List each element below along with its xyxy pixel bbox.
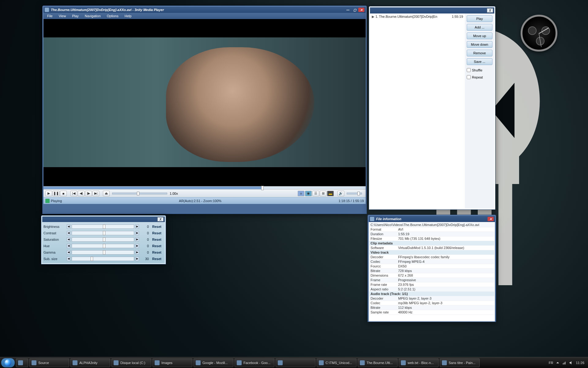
playlist-removebutton[interactable]: Remove [467, 50, 492, 56]
adjust-reset-button[interactable]: Reset [150, 257, 164, 261]
playlist-titlebar[interactable]: X [370, 7, 494, 13]
adjust-reset-button[interactable]: Reset [150, 244, 164, 248]
stop-button[interactable]: ■ [60, 191, 67, 196]
taskbar-item[interactable]: C:\TMS_Unicod... [317, 358, 356, 367]
info-key: Codec [371, 301, 398, 305]
menu-play[interactable]: Play [70, 13, 81, 18]
adjust-slider[interactable] [72, 231, 134, 235]
start-button[interactable] [1, 358, 15, 367]
quick-launch-item[interactable] [16, 358, 28, 367]
repeat-checkbox[interactable]: Repeat [467, 75, 492, 79]
info-value: DX50 [398, 264, 493, 268]
info-value: FFmpeg's libavcodec codec family [398, 255, 493, 259]
adjust-inc-button[interactable]: ▶ [135, 257, 139, 261]
network-icon[interactable] [562, 361, 567, 365]
menu-help[interactable]: Help [122, 13, 134, 18]
adjust-inc-button[interactable]: ▶ [135, 244, 139, 248]
playlist-playbutton[interactable]: Play [467, 15, 492, 22]
step-back-button[interactable]: ◀| [78, 191, 85, 196]
playlist-item-index: 1. [375, 15, 378, 19]
taskbar-item[interactable]: Google - Mozill... [194, 358, 233, 367]
playlist-save-button[interactable]: Save ... [467, 58, 492, 65]
playlist-item[interactable]: ▶ 1. The.Bourne.Ultimatum[2007]DvDrip[En… [371, 14, 464, 19]
playlist-add-button[interactable]: Add ... [467, 24, 492, 31]
volume-button[interactable]: 🔊 [337, 191, 344, 196]
adjust-dec-button[interactable]: ◀ [67, 244, 70, 248]
player-titlebar[interactable]: The.Bourne.Ultimatum[2007]DvDrip[Eng]-aX… [43, 7, 366, 13]
view-mode-1-button[interactable]: ≡ [298, 191, 304, 196]
playlist-list[interactable]: ▶ 1. The.Bourne.Ultimatum[2007]DvDrip[En… [370, 13, 465, 209]
playlist-move-upbutton[interactable]: Move up [467, 33, 492, 39]
volume-icon[interactable] [569, 361, 573, 365]
adjust-dec-button[interactable]: ◀ [67, 231, 70, 235]
minimize-button[interactable]: — [345, 8, 351, 12]
taskbar-item[interactable]: Disque local (C:) [111, 358, 151, 367]
shuffle-checkbox[interactable]: Shuffle [467, 68, 492, 72]
maximize-button[interactable]: ▢ [352, 8, 358, 12]
adjust-slider[interactable] [72, 250, 134, 255]
speed-slider[interactable] [112, 193, 167, 194]
next-button[interactable]: ▶| [92, 191, 99, 196]
taskbar-item[interactable]: Images [153, 358, 192, 367]
adjust-dec-button[interactable]: ◀ [67, 224, 70, 229]
play-button[interactable]: ▶ [45, 191, 52, 196]
adjust-inc-button[interactable]: ▶ [135, 250, 139, 255]
desktop-clock-gadget[interactable] [521, 15, 557, 52]
taskbar-item[interactable]: The.Bourne.Ulti... [358, 358, 398, 367]
taskbar-item[interactable]: web.txt - Bloc-n... [399, 358, 439, 367]
adjust-titlebar[interactable]: X [42, 217, 165, 222]
adjust-inc-button[interactable]: ▶ [135, 224, 139, 229]
taskbar-item-label: Facebook - Goo... [243, 361, 270, 365]
info-row: Video track [369, 250, 494, 255]
info-grid[interactable]: C:\Users\Nico\Videos\The.Bourne.Ultimatu… [369, 222, 495, 321]
info-key: Frame [371, 278, 398, 282]
menu-options[interactable]: Options [104, 13, 121, 18]
adjust-slider[interactable] [72, 224, 134, 229]
seek-thumb[interactable] [261, 186, 264, 190]
tray-clock[interactable]: 11:26 [576, 361, 584, 365]
taskbar-item[interactable]: Sans titre - Pain... [440, 358, 480, 367]
adjust-close-button[interactable]: X [157, 217, 164, 221]
language-indicator[interactable]: FR [549, 361, 553, 365]
info-row: Clip metadata [369, 241, 494, 246]
pause-button[interactable]: ❚❚ [53, 191, 59, 196]
adjust-reset-button[interactable]: Reset [150, 251, 164, 254]
info-key: Aspect ratio [371, 287, 398, 291]
view-mode-3-button[interactable]: ☰ [312, 191, 319, 196]
taskbar-item[interactable]: Source [29, 358, 69, 367]
taskbar-item[interactable]: Facebook - Goo... [235, 358, 274, 367]
info-titlebar[interactable]: File information ✕ [369, 216, 495, 222]
volume-slider[interactable] [347, 193, 362, 194]
menu-file[interactable]: File [45, 13, 55, 18]
video-viewport[interactable] [43, 19, 366, 186]
adjust-dec-button[interactable]: ◀ [67, 257, 70, 261]
adjust-inc-button[interactable]: ▶ [135, 237, 139, 242]
info-value: VirtualDubMod 1.5.10.1 (build 2366/relea… [398, 246, 493, 250]
close-button[interactable]: ✕ [358, 8, 364, 12]
playlist-close-button[interactable]: X [487, 8, 493, 13]
adjust-reset-button[interactable]: Reset [150, 238, 164, 241]
adjust-dec-button[interactable]: ◀ [67, 250, 70, 255]
menu-view[interactable]: View [56, 13, 69, 18]
adjust-reset-button[interactable]: Reset [150, 231, 164, 235]
adjust-inc-button[interactable]: ▶ [135, 231, 139, 235]
seek-bar[interactable] [43, 186, 366, 189]
now-playing-arrow-icon: ▶ [372, 15, 374, 19]
prev-button[interactable]: |◀ [70, 191, 77, 196]
adjust-dec-button[interactable]: ◀ [67, 237, 70, 242]
tray-chevron-icon[interactable] [556, 361, 560, 365]
playlist-move-downbutton[interactable]: Move down [467, 41, 492, 48]
info-close-button[interactable]: ✕ [488, 217, 494, 221]
view-mode-4-button[interactable]: ⊞ [320, 191, 326, 196]
eject-button[interactable]: ⏏ [103, 191, 110, 196]
taskbar-item[interactable] [276, 358, 315, 367]
taskbar-item[interactable]: ALPHA3nity [70, 358, 110, 367]
view-mode-5-button[interactable]: ▬ [327, 191, 334, 196]
adjust-slider[interactable] [72, 237, 134, 242]
step-fwd-button[interactable]: |▶ [85, 191, 92, 196]
adjust-reset-button[interactable]: Reset [150, 225, 164, 228]
view-mode-2-button[interactable]: ◉ [305, 191, 312, 196]
adjust-slider[interactable] [72, 257, 134, 261]
adjust-slider[interactable] [72, 244, 134, 248]
menu-navigation[interactable]: Navigation [82, 13, 103, 18]
